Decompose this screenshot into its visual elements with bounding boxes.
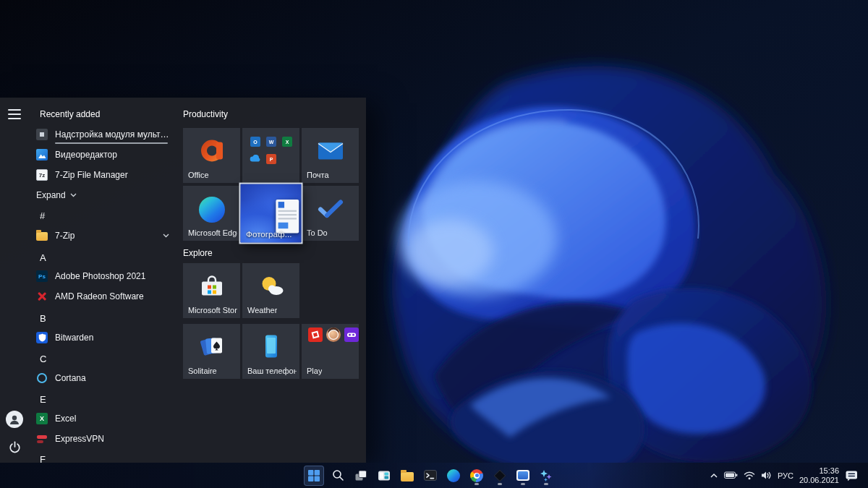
- volume-tray-button[interactable]: [761, 471, 772, 480]
- tile-mail[interactable]: Почта: [302, 128, 359, 183]
- running-indicator: [498, 483, 502, 485]
- section-letter-f[interactable]: F: [40, 449, 46, 463]
- notification-center-button[interactable]: [845, 470, 859, 481]
- tray-hidden-icons-button[interactable]: [710, 473, 718, 479]
- chrome-button[interactable]: [467, 466, 486, 486]
- tile-solitaire[interactable]: Solitaire: [183, 324, 240, 379]
- app-item-label: AMD Radeon Software: [55, 291, 144, 301]
- app-item-label: Надстройка модуля мультимедиа дл...: [55, 129, 169, 140]
- app-item-expressvpn[interactable]: ExpressVPN: [36, 429, 169, 449]
- photos-app-icon: [516, 470, 529, 481]
- notification-icon: [845, 470, 859, 481]
- addon-icon: [36, 129, 48, 140]
- tile-label: Почта: [307, 171, 329, 179]
- panels-app-icon: [378, 470, 391, 481]
- search-icon: [332, 469, 344, 481]
- file-explorer-button[interactable]: [398, 466, 417, 486]
- sevenzip-icon-text: 7z: [39, 172, 45, 179]
- mail-icon: [318, 142, 344, 163]
- goggles-app-icon: [344, 328, 359, 342]
- app-item-label: 7-Zip File Manager: [55, 170, 128, 180]
- app-item-bitwarden[interactable]: Bitwarden: [36, 328, 169, 348]
- tile-play[interactable]: Play: [302, 324, 359, 379]
- play-tile-app-icons: [308, 328, 359, 342]
- taskbar-center-buttons: [304, 463, 556, 488]
- panels-app-button[interactable]: [375, 466, 393, 486]
- roblox-icon: [308, 328, 323, 342]
- section-letter-e[interactable]: E: [40, 389, 46, 409]
- chrome-icon: [470, 469, 483, 482]
- word-icon: W: [266, 137, 276, 147]
- user-icon: [9, 414, 20, 425]
- powerpoint-icon: P: [266, 154, 276, 164]
- tile-photos-live[interactable]: Фотограф...: [241, 184, 302, 243]
- office-icon: [199, 138, 225, 166]
- section-letter-b[interactable]: B: [40, 308, 46, 328]
- app-item-excel[interactable]: X Excel: [36, 408, 169, 429]
- terminal-button[interactable]: [421, 466, 440, 486]
- section-letter-c[interactable]: C: [40, 348, 46, 369]
- dark-diamond-app-button[interactable]: [490, 466, 509, 486]
- task-view-button[interactable]: [352, 466, 370, 486]
- chevron-down-icon[interactable]: [163, 234, 169, 238]
- expressvpn-icon: [36, 433, 48, 445]
- photos-app-button[interactable]: [514, 466, 532, 486]
- folder-item-7zip[interactable]: 7-Zip: [36, 226, 169, 246]
- tile-office[interactable]: Office: [183, 128, 240, 183]
- tile-label: Office: [188, 171, 209, 179]
- expand-button[interactable]: Expand: [36, 187, 77, 204]
- tile-label: To Do: [307, 228, 328, 237]
- windows-start-icon: [308, 470, 320, 481]
- menu-hamburger-button[interactable]: [6, 106, 23, 123]
- cortana-icon: [37, 373, 47, 383]
- start-button[interactable]: [304, 466, 324, 486]
- running-indicator: [544, 483, 548, 485]
- avatar: [6, 411, 23, 428]
- app-item-video-editor[interactable]: Видеоредактор: [36, 145, 169, 165]
- search-button[interactable]: [328, 466, 347, 486]
- wifi-icon: [744, 471, 755, 480]
- app-item-media-addon[interactable]: Надстройка модуля мультимедиа дл...: [36, 124, 169, 145]
- app-item-cortana[interactable]: Cortana: [36, 368, 169, 388]
- tile-weather[interactable]: Weather: [242, 263, 299, 318]
- microsoft-edge-button[interactable]: [444, 466, 463, 486]
- photos-live-preview-card: [276, 200, 299, 234]
- media-app-button[interactable]: [537, 466, 556, 486]
- date: 20.06.2021: [799, 476, 839, 485]
- game-avatar-icon: [326, 328, 341, 342]
- tile-group-title-explore: Explore: [183, 248, 213, 258]
- power-button[interactable]: [6, 438, 23, 455]
- tile-label: Ваш телефон: [247, 367, 297, 375]
- tile-your-phone[interactable]: Ваш телефон: [242, 324, 299, 379]
- file-explorer-icon: [401, 472, 414, 481]
- tile-to-do[interactable]: To Do: [302, 186, 359, 241]
- wifi-tray-button[interactable]: [744, 471, 755, 480]
- tile-office-apps-folder[interactable]: O W X P: [242, 128, 299, 183]
- language-indicator[interactable]: РУС: [778, 471, 793, 480]
- tile-label: Solitaire: [188, 367, 217, 375]
- section-letter-hash[interactable]: #: [40, 205, 45, 226]
- battery-tray-button[interactable]: [724, 471, 738, 479]
- app-item-amd-radeon[interactable]: AMD Radeon Software: [36, 286, 169, 307]
- section-letter-a[interactable]: A: [40, 247, 46, 267]
- tile-microsoft-store[interactable]: Microsoft Store: [183, 263, 240, 318]
- app-item-label: ExpressVPN: [55, 434, 104, 444]
- folder-icon: [36, 232, 48, 241]
- edge-icon: [447, 469, 460, 482]
- app-item-photoshop[interactable]: Ps Adobe Photoshop 2021: [36, 266, 169, 286]
- tile-microsoft-edge[interactable]: Microsoft Edge: [183, 186, 240, 241]
- edge-icon: [199, 197, 225, 223]
- photoshop-icon-text: Ps: [38, 273, 46, 280]
- clock[interactable]: 15:36 20.06.2021: [799, 466, 839, 485]
- task-view-icon: [354, 469, 367, 482]
- app-item-7zip-file-manager[interactable]: 7z 7-Zip File Manager: [36, 165, 169, 185]
- app-item-label: Adobe Photoshop 2021: [55, 271, 145, 281]
- user-account-button[interactable]: [6, 411, 23, 428]
- tile-label: Microsoft Edge: [188, 228, 237, 237]
- battery-icon: [724, 471, 738, 479]
- tile-label: Weather: [247, 306, 277, 314]
- dark-diamond-app-icon: [494, 469, 506, 481]
- chevron-up-icon: [710, 473, 718, 479]
- store-bag-icon: [199, 275, 225, 300]
- sevenzip-icon: 7z: [36, 169, 48, 181]
